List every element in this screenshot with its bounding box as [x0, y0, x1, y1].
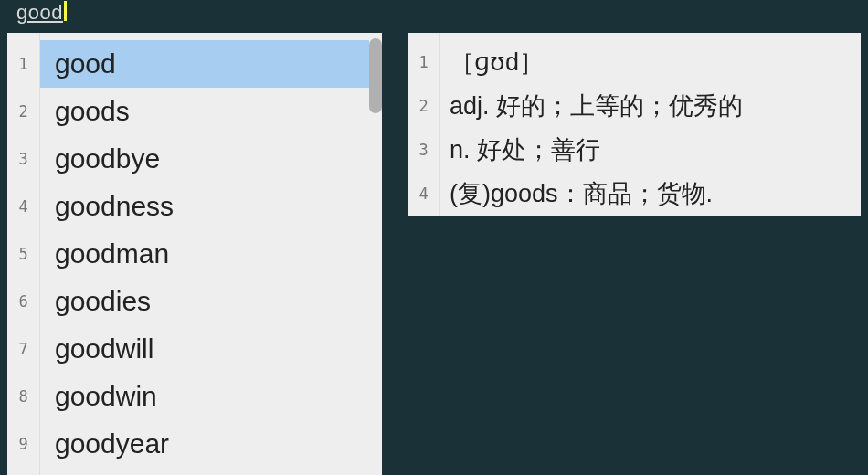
suggestions-panel: 123456789 goodgoodsgoodbyegoodnessgoodma… — [7, 33, 382, 475]
suggestion-item[interactable]: goodbye — [40, 135, 382, 183]
scrollbar[interactable] — [369, 33, 382, 475]
panels-container: 123456789 goodgoodsgoodbyegoodnessgoodma… — [0, 26, 868, 475]
definition-line: n. 好处；善行 — [440, 128, 861, 172]
definition-line: ［ɡʊd］ — [440, 40, 861, 84]
definition-line: adj. 好的；上等的；优秀的 — [440, 84, 861, 128]
line-number: 2 — [408, 84, 439, 128]
line-number: 6 — [7, 278, 39, 325]
definition-line: (复)goods：商品；货物. — [440, 172, 861, 216]
line-number: 8 — [7, 373, 39, 420]
suggestion-item[interactable]: goodwill — [40, 325, 382, 373]
definition-gutter: 1234 — [408, 33, 440, 216]
definition-panel: 1234 ［ɡʊd］adj. 好的；上等的；优秀的n. 好处；善行(复)good… — [408, 33, 861, 216]
text-caret — [64, 1, 67, 21]
scrollbar-thumb[interactable] — [369, 38, 382, 113]
line-number: 1 — [408, 40, 439, 84]
line-number: 2 — [7, 88, 39, 135]
suggestions-gutter: 123456789 — [7, 33, 40, 475]
definition-list: ［ɡʊd］adj. 好的；上等的；优秀的n. 好处；善行(复)goods：商品；… — [440, 33, 861, 216]
line-number: 9 — [7, 420, 39, 468]
line-number: 3 — [408, 128, 439, 172]
suggestion-item[interactable]: goodyear — [40, 420, 382, 468]
search-query: good — [16, 1, 63, 25]
line-number: 1 — [7, 40, 39, 88]
suggestion-item[interactable]: goodman — [40, 230, 382, 278]
suggestion-item[interactable]: goodwin — [40, 373, 382, 420]
line-number: 4 — [7, 183, 39, 230]
suggestions-list: goodgoodsgoodbyegoodnessgoodmangoodiesgo… — [40, 33, 382, 475]
line-number: 5 — [7, 230, 39, 278]
suggestion-item[interactable]: goodness — [40, 183, 382, 230]
suggestion-item[interactable]: goods — [40, 88, 382, 135]
suggestion-item[interactable]: goodies — [40, 278, 382, 325]
line-number: 7 — [7, 325, 39, 373]
line-number: 3 — [7, 135, 39, 183]
line-number: 4 — [408, 172, 439, 216]
suggestion-item[interactable]: good — [40, 40, 382, 88]
search-bar[interactable]: good — [0, 0, 868, 26]
